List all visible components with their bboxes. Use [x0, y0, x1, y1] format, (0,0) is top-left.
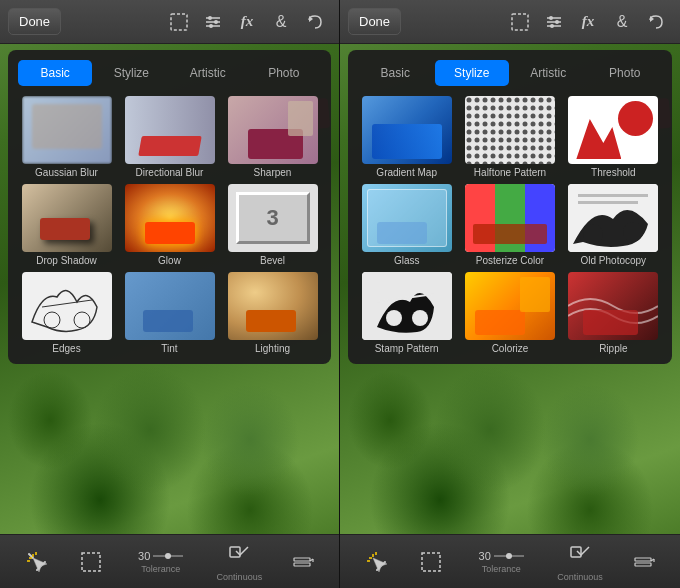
undo-icon-right[interactable]	[640, 6, 672, 38]
filter-label-posterize: Posterize Color	[476, 255, 544, 266]
tab-photo-left[interactable]: Photo	[247, 60, 321, 86]
svg-point-9	[74, 312, 90, 328]
filter-colorize[interactable]: Colorize	[461, 272, 558, 354]
adjustments-icon-left[interactable]	[197, 6, 229, 38]
bottom-toolbar-left: 30 Tolerance Continuous	[0, 534, 339, 588]
svg-rect-45	[571, 547, 581, 557]
tolerance-control-left: 30	[138, 550, 183, 562]
svg-rect-13	[82, 553, 100, 571]
right-panel: Done fx &	[340, 0, 680, 588]
filter-stamp[interactable]: Stamp Pattern	[358, 272, 455, 354]
svg-point-4	[208, 16, 212, 20]
selection-icon-left[interactable]	[163, 6, 195, 38]
filter-thumb-sharpen	[228, 96, 318, 164]
svg-marker-41	[373, 558, 387, 572]
selection-tool-left[interactable]	[77, 548, 105, 576]
svg-point-44	[506, 553, 512, 559]
tolerance-value-left: 30	[138, 550, 150, 562]
layers-icon-right	[629, 548, 657, 576]
continuous-tool-right[interactable]: Continuous	[557, 542, 603, 582]
continuous-icon-left	[225, 542, 253, 570]
filter-glow[interactable]: Glow	[121, 184, 218, 266]
selection-tool-right[interactable]	[417, 548, 445, 576]
filter-label-tint: Tint	[161, 343, 177, 354]
filter-sharpen[interactable]: Sharpen	[224, 96, 321, 178]
filter-glass[interactable]: Glass	[358, 184, 455, 266]
tab-bar-left: Basic Stylize Artistic Photo	[18, 60, 321, 86]
svg-point-8	[44, 312, 60, 328]
filter-thumb-glass	[362, 184, 452, 252]
filter-tint[interactable]: Tint	[121, 272, 218, 354]
continuous-tool-left[interactable]: Continuous	[217, 542, 263, 582]
filter-thumb-bevel: 3	[228, 184, 318, 252]
magic-wand-tool-right[interactable]	[363, 548, 391, 576]
filter-gradient-map[interactable]: Gradient Map	[358, 96, 455, 178]
filter-gaussian-blur[interactable]: Gaussian Blur	[18, 96, 115, 178]
tolerance-tool-right[interactable]: 30 Tolerance	[471, 550, 531, 574]
filter-thumb-colorize	[465, 272, 555, 340]
filter-ripple[interactable]: Ripple	[565, 272, 662, 354]
filter-old-photocopy[interactable]: Old Photocopy	[565, 184, 662, 266]
tolerance-tool-left[interactable]: 30 Tolerance	[131, 550, 191, 574]
tolerance-label-left: Tolerance	[141, 564, 180, 574]
filter-thumb-directional	[125, 96, 215, 164]
magic-wand-tool-left[interactable]	[23, 548, 51, 576]
fx-icon-left[interactable]: fx	[231, 6, 263, 38]
filter-label-halftone: Halftone Pattern	[474, 167, 546, 178]
composite-icon-left[interactable]: &	[265, 6, 297, 38]
filter-directional-blur[interactable]: Directional Blur	[121, 96, 218, 178]
filter-threshold[interactable]: Threshold	[565, 96, 662, 178]
tolerance-label-right: Tolerance	[482, 564, 521, 574]
tab-photo-right[interactable]: Photo	[588, 60, 663, 86]
svg-line-10	[42, 300, 92, 307]
continuous-label-right: Continuous	[557, 572, 603, 582]
svg-point-25	[549, 16, 553, 20]
svg-point-38	[412, 310, 428, 326]
continuous-icon-right	[566, 542, 594, 570]
done-button-right[interactable]: Done	[348, 8, 401, 35]
toolbar-icons-left: fx &	[163, 6, 331, 38]
tab-artistic-right[interactable]: Artistic	[511, 60, 586, 86]
tab-stylize-right[interactable]: Stylize	[435, 60, 510, 86]
undo-icon-left[interactable]	[299, 6, 331, 38]
filter-posterize[interactable]: Posterize Color	[461, 184, 558, 266]
filter-drop-shadow[interactable]: Drop Shadow	[18, 184, 115, 266]
layers-tool-right[interactable]	[629, 548, 657, 576]
selection-icon-right[interactable]	[504, 6, 536, 38]
tab-artistic-left[interactable]: Artistic	[171, 60, 245, 86]
filter-label-ripple: Ripple	[599, 343, 627, 354]
filter-thumb-oldphoto	[568, 184, 658, 252]
filter-thumb-dropshadow	[22, 184, 112, 252]
tab-stylize-left[interactable]: Stylize	[94, 60, 168, 86]
svg-rect-46	[635, 558, 651, 561]
adjustments-icon-right[interactable]	[538, 6, 570, 38]
fx-icon-right[interactable]: fx	[572, 6, 604, 38]
svg-rect-35	[578, 201, 638, 204]
svg-rect-47	[635, 563, 651, 566]
svg-point-37	[386, 310, 402, 326]
filter-halftone[interactable]: Halftone Pattern	[461, 96, 558, 178]
layers-tool-left[interactable]	[288, 548, 316, 576]
svg-point-26	[555, 20, 559, 24]
tab-bar-right: Basic Stylize Artistic Photo	[358, 60, 662, 86]
left-panel: Done fx &	[0, 0, 340, 588]
filter-thumb-gradient	[362, 96, 452, 164]
top-toolbar-right: Done fx &	[340, 0, 680, 44]
tab-basic-right[interactable]: Basic	[358, 60, 433, 86]
svg-rect-21	[512, 14, 528, 30]
tolerance-slider-left[interactable]	[153, 552, 183, 560]
filter-thumb-halftone	[465, 96, 555, 164]
done-button-left[interactable]: Done	[8, 8, 61, 35]
selection-rect-icon-right	[417, 548, 445, 576]
filter-lighting[interactable]: Lighting	[224, 272, 321, 354]
svg-point-15	[165, 553, 171, 559]
filter-thumb-glow	[125, 184, 215, 252]
composite-icon-right[interactable]: &	[606, 6, 638, 38]
tolerance-slider-right[interactable]	[494, 552, 524, 560]
filter-bevel[interactable]: 3 Bevel	[224, 184, 321, 266]
filter-edges[interactable]: Edges	[18, 272, 115, 354]
filter-thumb-threshold	[568, 96, 658, 164]
svg-rect-17	[294, 558, 310, 561]
tab-basic-left[interactable]: Basic	[18, 60, 92, 86]
filter-label-gradient: Gradient Map	[376, 167, 437, 178]
